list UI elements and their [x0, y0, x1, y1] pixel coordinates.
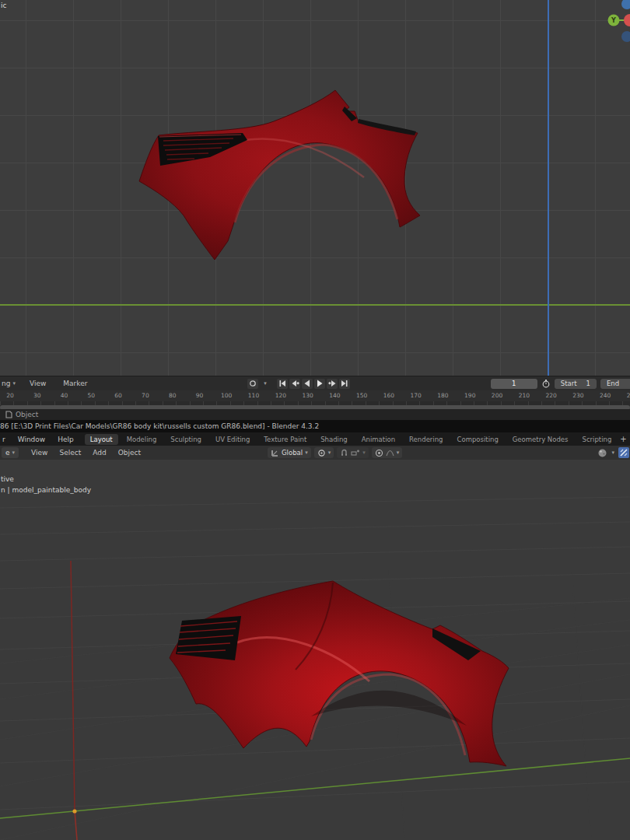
ruler-frame-label-220: 220	[545, 392, 556, 399]
ruler-frame-label-240: 240	[600, 392, 611, 399]
ruler-frame-label-70: 70	[142, 392, 149, 399]
chevron-down-icon[interactable]: ▾	[611, 450, 614, 456]
ruler-frame-label-100: 100	[221, 392, 232, 399]
mode-dropdown[interactable]: e▾	[2, 447, 19, 458]
proportional-editing-icon	[375, 449, 383, 457]
chevron-down-icon: ▾	[397, 450, 400, 456]
play-forward-button[interactable]	[314, 379, 325, 389]
auto-keying-button[interactable]	[247, 379, 258, 389]
pivot-point-dropdown[interactable]: ▾	[314, 447, 334, 458]
play-reverse-button[interactable]	[302, 379, 313, 389]
y-axis-line	[0, 758, 630, 818]
ruler-frame-label-30: 30	[33, 392, 41, 399]
blender-screen: { "colors": { "viewport_bg": "#3d3d3d", …	[0, 0, 630, 840]
auto-keying-dropdown[interactable]: ▾	[260, 379, 271, 389]
ruler-frame-label-90: 90	[196, 392, 204, 399]
ruler-frame-label-230: 230	[572, 392, 583, 399]
add-workspace-button[interactable]: +	[617, 435, 629, 443]
xray-toggle[interactable]	[618, 447, 629, 458]
ruler-frame-label-170: 170	[411, 392, 422, 399]
ruler-frame-label-190: 190	[464, 392, 475, 399]
snapping-controls[interactable]: ▾	[337, 447, 369, 458]
next-keyframe-button[interactable]	[327, 379, 338, 389]
ruler-frame-label-20: 20	[6, 392, 14, 399]
ruler-frame-label-110: 110	[248, 392, 259, 399]
current-frame-field[interactable]: 1	[491, 379, 537, 389]
object-data-icon	[5, 411, 12, 418]
lower-3d-viewport[interactable]: tive n | model_paintable_body	[0, 460, 630, 840]
workspace-tab-animation[interactable]: Animation	[356, 434, 401, 445]
workspace-tab-shading[interactable]: Shading	[315, 434, 353, 445]
workspace-tab-geometry-nodes[interactable]: Geometry Nodes	[507, 434, 574, 445]
car-fender-model-upper[interactable]	[0, 0, 630, 376]
view-navigation-gizmo[interactable]: Y	[568, 0, 630, 47]
snap-magnet-icon	[340, 449, 348, 457]
topbar: r WindowHelp LayoutModelingSculptingUV E…	[0, 432, 630, 446]
chevron-down-icon: ▾	[12, 380, 16, 387]
chevron-down-icon: ▾	[328, 450, 331, 456]
lower-viewport-canvas	[0, 460, 630, 840]
snap-target-icon	[351, 449, 360, 457]
upper-3d-viewport[interactable]: Y ic	[0, 0, 630, 376]
timeline-ruler[interactable]: 2030405060708090100110120130140150160170…	[0, 390, 630, 401]
workspace-tab-texture-paint[interactable]: Texture Paint	[258, 434, 312, 445]
workspace-tab-uv-editing[interactable]: UV Editing	[210, 434, 255, 445]
jump-to-start-button[interactable]	[277, 379, 288, 389]
timeline-menu-view[interactable]: View	[30, 380, 46, 387]
car-fender-model-lower[interactable]	[170, 581, 509, 766]
frame-end-field[interactable]: End	[600, 379, 630, 389]
ruler-frame-label-150: 150	[356, 392, 367, 399]
transform-orientation-icon	[271, 449, 279, 457]
ruler-frame-label-40: 40	[61, 392, 68, 399]
workspace-tab-modeling[interactable]: Modeling	[121, 434, 163, 445]
ruler-frame-label-140: 140	[329, 392, 340, 399]
proportional-editing-controls[interactable]: ▾	[372, 447, 403, 458]
viewport-header: e▾ ViewSelectAddObject Global ▾ ▾	[0, 446, 630, 460]
ruler-frame-label-120: 120	[275, 392, 286, 399]
transform-orientation-dropdown[interactable]: Global ▾	[268, 447, 311, 458]
topbar-menu-window[interactable]: Window	[18, 436, 46, 443]
jump-to-end-button[interactable]	[339, 379, 350, 389]
window-title-bar: 86 [E:\3D Print Files\Car Models\GR86 bo…	[0, 420, 630, 432]
ruler-frame-label-160: 160	[383, 392, 394, 399]
x-axis-ball	[624, 14, 630, 26]
viewport-menu-view[interactable]: View	[31, 449, 47, 457]
pivot-point-icon	[317, 449, 326, 457]
workspace-tab-compositing[interactable]: Compositing	[452, 434, 504, 445]
view-name-partial: tive	[1, 474, 91, 485]
chevron-down-icon: ▾	[362, 450, 366, 456]
viewport-menu-select[interactable]: Select	[59, 449, 81, 457]
workspace-tab-layout[interactable]: Layout	[85, 434, 118, 445]
stopwatch-icon[interactable]	[541, 379, 551, 388]
chevron-down-icon: ▾	[12, 450, 16, 456]
origin-point	[72, 809, 76, 813]
workspace-tab-scripting[interactable]: Scripting	[576, 434, 617, 445]
status-context-label: Object	[16, 411, 38, 418]
frame-start-field[interactable]: Start1	[555, 379, 597, 389]
topbar-menu-partial[interactable]: r	[2, 436, 5, 443]
topbar-menu-help[interactable]: Help	[58, 436, 74, 443]
workspace-tab-rendering[interactable]: Rendering	[404, 434, 448, 445]
ruler-frame-label-60: 60	[114, 392, 122, 399]
gizmo-y-label: Y	[611, 17, 616, 24]
ruler-frame-label-130: 130	[302, 392, 313, 399]
timeline-keying-popover[interactable]: ng▾	[2, 380, 16, 387]
status-bar: Object	[0, 409, 630, 420]
playback-controls: ▾	[247, 378, 350, 389]
workspace-tab-sculpting[interactable]: Sculpting	[165, 434, 207, 445]
timeline-menu-marker[interactable]: Marker	[63, 380, 87, 387]
active-object-label: n | model_paintable_body	[1, 485, 91, 495]
ruler-frame-label-250: 250	[627, 392, 630, 399]
viewport-menu-add[interactable]: Add	[93, 449, 106, 457]
z-axis-ball-top	[621, 0, 630, 9]
ruler-frame-label-50: 50	[88, 392, 96, 399]
viewport-menu-object[interactable]: Object	[118, 449, 141, 457]
proportional-falloff-icon	[386, 449, 394, 457]
previous-keyframe-button[interactable]	[289, 379, 300, 389]
shading-sphere-icon[interactable]	[597, 448, 607, 458]
ruler-frame-label-80: 80	[169, 392, 177, 399]
z-axis-ball-bottom	[621, 31, 630, 42]
ruler-frame-label-210: 210	[519, 392, 530, 399]
window-title: 86 [E:\3D Print Files\Car Models\GR86 bo…	[0, 422, 319, 430]
timeline-editor[interactable]: ng▾ ViewMarker ▾	[0, 376, 630, 409]
